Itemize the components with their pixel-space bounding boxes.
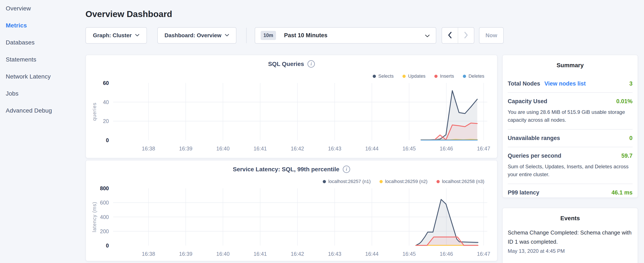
summary-row-unavailable-ranges: Unavailable ranges0 (508, 130, 632, 147)
svg-text:16:42: 16:42 (291, 251, 304, 257)
sidebar-item-metrics[interactable]: Metrics (0, 17, 85, 34)
summary-rows: Total NodesView nodes list3Capacity Used… (508, 75, 632, 201)
summary-panel: Summary Total NodesView nodes list3Capac… (502, 55, 638, 198)
time-window-label: Past 10 Minutes (284, 32, 328, 39)
svg-text:16:46: 16:46 (440, 251, 453, 257)
svg-text:16:39: 16:39 (179, 146, 192, 151)
summary-row-line: P99 latency46.1 ms (508, 189, 632, 196)
summary-row-p99-latency: P99 latency46.1 ms (508, 184, 632, 201)
summary-row-description: Sum of Selects, Updates, Inserts, and De… (508, 163, 632, 178)
chevron-down-icon (135, 34, 140, 38)
svg-text:16:38: 16:38 (142, 146, 155, 151)
page-title: Overview Dashboard (86, 9, 172, 19)
time-window-dropdown[interactable]: 10m Past 10 Minutes (255, 27, 436, 44)
legend-item-updates: Updates (402, 73, 426, 79)
events-panel-title: Events (508, 215, 632, 222)
summary-row-label: P99 latency (508, 189, 540, 196)
sidebar-item-overview[interactable]: Overview (0, 0, 85, 17)
sidebar-item-advanced-debug[interactable]: Advanced Debug (0, 102, 85, 119)
summary-row-description: You are using 28.6 MiB of 515.9 GiB usab… (508, 108, 632, 124)
dashboard-dropdown[interactable]: Dashboard: Overview (157, 27, 236, 44)
svg-text:800: 800 (100, 185, 109, 191)
svg-text:600: 600 (100, 200, 109, 205)
legend-label: Selects (378, 73, 394, 79)
summary-row-line: Capacity Used0.01% (508, 98, 632, 105)
svg-text:40: 40 (103, 99, 109, 105)
legend-dot-icon (323, 180, 326, 183)
svg-text:16:43: 16:43 (328, 251, 342, 257)
event-item: Schema Change Completed: Schema change w… (508, 228, 632, 254)
summary-row-line: Unavailable ranges0 (508, 135, 632, 141)
summary-panel-title: Summary (508, 62, 632, 69)
next-time-window-button[interactable] (458, 28, 474, 43)
svg-text:16:45: 16:45 (402, 251, 416, 257)
legend-dot-icon (373, 75, 376, 78)
legend-dot-icon (402, 75, 406, 78)
svg-text:0: 0 (106, 137, 109, 143)
svg-text:16:47: 16:47 (477, 251, 490, 257)
legend-item-localhost-26258-n3: localhost:26258 (n3) (436, 179, 484, 184)
legend-item-localhost-26257-n1: localhost:26257 (n1) (323, 179, 370, 184)
svg-text:60: 60 (103, 80, 109, 86)
chevron-down-icon (425, 35, 430, 38)
svg-text:16:41: 16:41 (254, 146, 267, 151)
chevron-right-icon (464, 32, 468, 40)
service-latency-chart-title-row: Service Latency: SQL, 99th percentile i (86, 166, 497, 173)
legend-dot-icon (436, 180, 440, 183)
event-text: Schema Change Completed: Schema change w… (508, 228, 632, 246)
svg-text:16:44: 16:44 (365, 146, 379, 151)
sql-queries-chart-title-row: SQL Queries i (86, 60, 497, 68)
service-latency-chart-card: Service Latency: SQL, 99th percentile i … (86, 160, 498, 261)
sql-queries-legend: SelectsUpdatesInsertsDeletes (373, 73, 484, 79)
svg-text:0: 0 (106, 242, 109, 248)
legend-label: localhost:26257 (n1) (328, 179, 370, 184)
sql-queries-chart-card: SQL Queries i SelectsUpdatesInsertsDelet… (86, 55, 498, 158)
chart-title: Service Latency: SQL, 99th percentile (233, 166, 339, 173)
svg-text:16:39: 16:39 (179, 251, 192, 257)
svg-text:400: 400 (100, 214, 109, 220)
previous-time-window-button[interactable] (442, 28, 458, 43)
chart-title: SQL Queries (268, 61, 304, 68)
summary-row-label: Capacity Used (508, 98, 547, 105)
svg-text:16:40: 16:40 (216, 146, 230, 151)
summary-row-capacity-used: Capacity Used0.01%You are using 28.6 MiB… (508, 93, 632, 130)
info-icon[interactable]: i (343, 166, 350, 173)
legend-dot-icon (434, 75, 438, 78)
sidebar-item-statements[interactable]: Statements (0, 51, 85, 68)
legend-dot-icon (463, 75, 466, 78)
graph-scope-dropdown-label: Graph: Cluster (93, 32, 132, 39)
legend-label: Updates (408, 73, 426, 79)
svg-text:16:47: 16:47 (477, 146, 490, 151)
sql-queries-chart: 16:3816:3916:4016:4116:4216:4316:4416:45… (91, 80, 493, 155)
sidebar-item-databases[interactable]: Databases (0, 34, 85, 51)
view-nodes-list-link[interactable]: View nodes list (544, 80, 586, 87)
summary-row-line: Queries per second59.7 (508, 153, 632, 159)
legend-item-deletes: Deletes (463, 73, 484, 79)
svg-text:16:40: 16:40 (216, 251, 230, 257)
now-button[interactable]: Now (479, 27, 504, 44)
summary-row-value: 3 (629, 80, 632, 87)
sidebar-nav: OverviewMetricsDatabasesStatementsNetwor… (0, 0, 85, 119)
info-icon[interactable]: i (308, 60, 315, 68)
dashboard-dropdown-label: Dashboard: Overview (164, 32, 221, 39)
svg-text:200: 200 (100, 228, 109, 234)
events-panel: Events Schema Change Completed: Schema c… (502, 208, 638, 263)
svg-text:16:45: 16:45 (402, 146, 416, 151)
svg-text:queries: queries (92, 103, 97, 121)
sidebar-item-jobs[interactable]: Jobs (0, 85, 85, 102)
svg-text:16:44: 16:44 (365, 251, 379, 257)
svg-text:16:41: 16:41 (254, 251, 267, 257)
service-latency-chart: 16:3816:3916:4016:4116:4216:4316:4416:45… (91, 185, 493, 260)
graph-scope-dropdown[interactable]: Graph: Cluster (86, 27, 147, 44)
toolbar-divider (246, 28, 247, 43)
summary-row-label: Unavailable ranges (508, 135, 560, 141)
svg-text:16:38: 16:38 (142, 251, 155, 257)
summary-row-value: 0 (629, 135, 632, 141)
svg-text:latency (ms): latency (ms) (92, 202, 97, 232)
svg-text:16:46: 16:46 (440, 146, 453, 151)
legend-label: Deletes (468, 73, 484, 79)
time-step-buttons (442, 27, 474, 44)
sidebar-item-network-latency[interactable]: Network Latency (0, 68, 85, 85)
legend-dot-icon (380, 180, 383, 183)
time-window-badge: 10m (261, 31, 276, 40)
